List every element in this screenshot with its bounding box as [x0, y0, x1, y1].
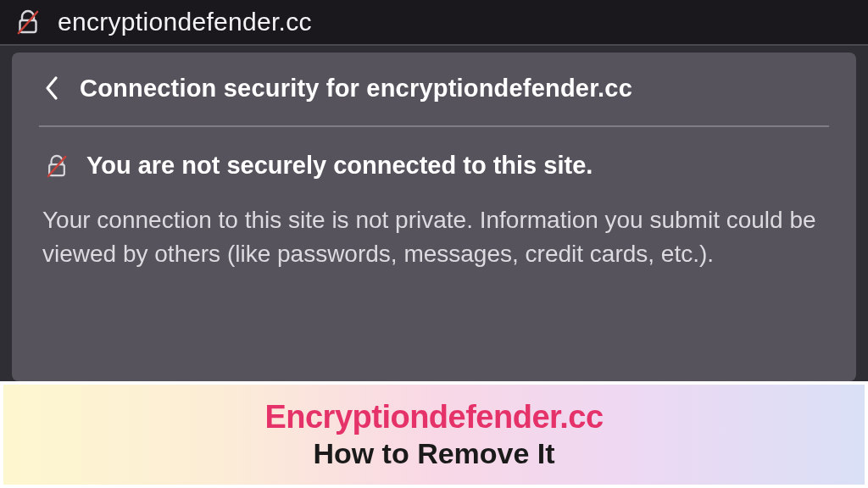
- address-url[interactable]: encryptiondefender.cc: [58, 8, 312, 36]
- panel-title: Connection security for encryptiondefend…: [80, 75, 632, 103]
- divider: [39, 125, 829, 127]
- address-bar[interactable]: encryptiondefender.cc: [0, 0, 868, 46]
- screenshot-root: encryptiondefender.cc SENSORS TECHFORUM: [0, 0, 868, 488]
- lock-insecure-icon: [44, 151, 70, 181]
- banner-subtitle: How to Remove It: [313, 437, 554, 470]
- lock-insecure-icon[interactable]: [14, 8, 42, 36]
- article-banner: Encryptiondefender.cc How to Remove It: [0, 381, 868, 488]
- warning-heading: You are not securely connected to this s…: [86, 152, 593, 180]
- security-info-panel: Connection security for encryptiondefend…: [12, 53, 856, 381]
- panel-header: Connection security for encryptiondefend…: [39, 73, 829, 125]
- back-icon[interactable]: [42, 73, 61, 103]
- warning-row: You are not securely connected to this s…: [39, 151, 829, 181]
- banner-title: Encryptiondefender.cc: [264, 399, 603, 435]
- warning-description: Your connection to this site is not priv…: [39, 203, 829, 272]
